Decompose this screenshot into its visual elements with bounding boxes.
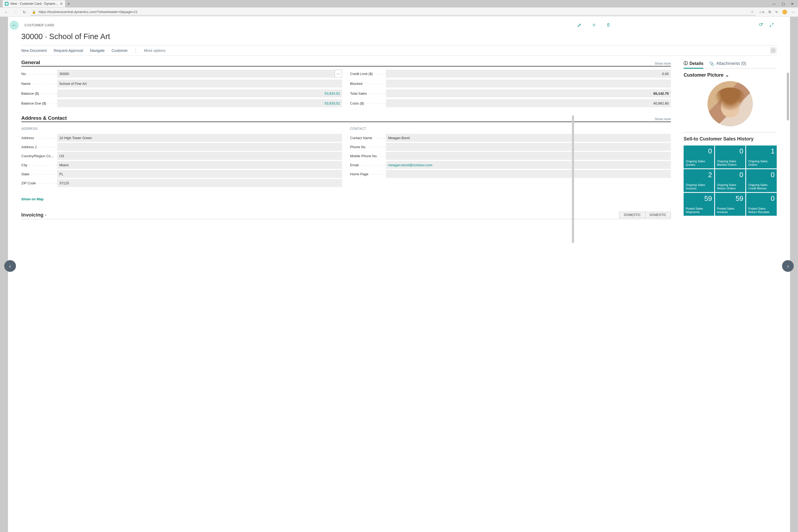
sales-history-tile[interactable]: 0Posted Sales Return Receipts xyxy=(746,193,777,216)
prev-record-button[interactable]: ‹ xyxy=(4,260,16,272)
new-icon[interactable] xyxy=(592,23,596,28)
left-scrollbar[interactable] xyxy=(572,115,574,243)
country-field[interactable]: US xyxy=(57,152,342,160)
info-pane-icon[interactable]: ⓘ xyxy=(770,47,777,54)
balance-due-label: Balance Due ($) xyxy=(21,101,46,105)
info-icon: ⓘ xyxy=(684,61,688,66)
page-title: 30000 · School of Fine Art xyxy=(21,32,777,41)
sales-history-tile[interactable]: 0Ongoing Sales Return Orders xyxy=(715,169,746,192)
menu-request-approval[interactable]: Request Approval xyxy=(54,49,83,53)
window-controls: — ▢ ✕ xyxy=(773,2,798,6)
general-heading: General xyxy=(21,60,40,65)
phone-label: Phone No. xyxy=(350,145,366,149)
costs-field[interactable]: 40,992.80 xyxy=(386,99,671,107)
tile-label: Ongoing Sales Quotes xyxy=(686,159,712,167)
tab-details[interactable]: ⓘ Details xyxy=(684,60,703,69)
credit-limit-field[interactable]: 0.00 xyxy=(386,70,671,78)
main-form-column: General Show more No. 30000 ⋯ Credit Lim… xyxy=(21,60,673,530)
page-header-row: ← CUSTOMER CARD xyxy=(21,19,777,31)
browser-tab[interactable]: View - Customer Card - Dynami… ✕ xyxy=(3,0,65,7)
sales-history-tile[interactable]: 0Ongoing Sales Blanket Orders xyxy=(715,146,746,168)
chevron-down-icon: ⌄ xyxy=(725,72,729,78)
menu-navigate[interactable]: Navigate xyxy=(90,49,104,53)
menu-new-document[interactable]: New Document xyxy=(21,49,47,53)
contact-name-field[interactable]: Meagan Bond xyxy=(386,134,671,142)
address-show-more[interactable]: Show more xyxy=(654,117,671,121)
delete-icon[interactable] xyxy=(606,23,611,28)
profile-avatar-icon[interactable] xyxy=(782,10,787,14)
costs-label: Costs ($) xyxy=(350,101,364,105)
invoicing-tag-2: DOMESTIC xyxy=(645,212,671,218)
address2-field[interactable] xyxy=(57,143,342,151)
close-window-icon[interactable]: ✕ xyxy=(791,2,794,6)
attachment-icon: 📎 xyxy=(709,61,715,66)
tile-label: Ongoing Sales Invoices xyxy=(686,183,712,191)
sales-history-tile[interactable]: 0Ongoing Sales Credit Memos xyxy=(746,169,777,192)
maximize-icon[interactable]: ▢ xyxy=(782,2,785,6)
url-field[interactable]: 🔒 https://businesscentral.dynamics.com/?… xyxy=(30,8,756,15)
app-page: ← CUSTOMER CARD xyxy=(8,17,790,532)
back-button[interactable]: ← xyxy=(10,21,19,30)
no-field[interactable]: 30000 xyxy=(57,70,335,78)
general-show-more[interactable]: Show more xyxy=(654,62,671,65)
collections-icon[interactable]: ⧉ xyxy=(768,10,771,14)
name-field[interactable]: School of Fine Art xyxy=(57,79,342,88)
tab-attachments[interactable]: 📎 Attachments (0) xyxy=(709,60,746,68)
browser-forward-icon[interactable]: → xyxy=(12,10,18,14)
menu-separator xyxy=(136,48,136,54)
page-scrollbar[interactable] xyxy=(787,73,789,120)
minimize-icon[interactable]: — xyxy=(773,2,776,6)
mobile-label: Mobile Phone No. xyxy=(350,154,377,158)
favorites-icon[interactable]: ☆≡ xyxy=(759,10,764,14)
homepage-field[interactable] xyxy=(386,170,671,178)
blocked-field[interactable] xyxy=(386,79,671,88)
tile-number: 59 xyxy=(717,194,743,203)
sales-history-tile[interactable]: 59Posted Sales Invoices xyxy=(715,193,746,216)
collapse-icon[interactable] xyxy=(769,23,774,28)
tile-label: Ongoing Sales Blanket Orders xyxy=(717,159,743,167)
country-label: Country/Region Co… xyxy=(21,154,54,158)
browser-refresh-icon[interactable]: ↻ xyxy=(21,10,27,14)
city-field[interactable]: Miami xyxy=(57,161,342,169)
total-sales-field[interactable]: 65,142.70 xyxy=(386,89,671,97)
balance-field[interactable]: 53,833.52 xyxy=(57,89,342,97)
no-options-button[interactable]: ⋯ xyxy=(335,70,342,78)
next-record-button[interactable]: › xyxy=(782,260,794,272)
city-label: City xyxy=(21,163,27,167)
show-on-map-link[interactable]: Show on Map xyxy=(21,197,44,201)
sales-history-tile[interactable]: 1Ongoing Sales Orders xyxy=(746,146,777,168)
more-menu-icon[interactable]: ⋯ xyxy=(791,10,795,14)
tab-favicon xyxy=(5,2,8,5)
tile-label: Ongoing Sales Credit Memos xyxy=(748,183,775,191)
browser-back-icon[interactable]: ← xyxy=(3,10,9,14)
email-field[interactable]: meagan.bond@contoso.com xyxy=(386,161,671,169)
breadcrumb: CUSTOMER CARD xyxy=(24,23,54,27)
no-label: No. xyxy=(21,72,26,76)
section-header-general: General Show more xyxy=(21,60,671,66)
phone-field[interactable] xyxy=(386,143,671,151)
sales-history-tile[interactable]: 2Ongoing Sales Invoices xyxy=(684,169,714,192)
new-tab-button[interactable]: ＋ xyxy=(65,0,72,7)
edit-icon[interactable] xyxy=(577,23,582,28)
tab-close-icon[interactable]: ✕ xyxy=(60,2,63,6)
open-new-window-icon[interactable] xyxy=(759,23,763,28)
credit-limit-label: Credit Limit ($) xyxy=(350,72,373,76)
tab-title: View - Customer Card - Dynami… xyxy=(10,2,58,5)
action-menu-bar: New Document Request Approval Navigate C… xyxy=(21,45,777,56)
tile-number: 1 xyxy=(748,147,775,155)
menu-more-options[interactable]: More options xyxy=(144,49,166,53)
zip-field[interactable]: 37125 xyxy=(57,179,342,187)
address-field[interactable]: 10 High Tower Green xyxy=(57,134,342,142)
sales-history-tile[interactable]: 59Posted Sales Shipments xyxy=(684,193,714,216)
favorite-star-icon[interactable]: ☆ xyxy=(750,10,754,14)
state-field[interactable]: FL xyxy=(57,170,342,178)
mobile-field[interactable] xyxy=(386,152,671,160)
customer-picture-header[interactable]: Customer Picture ⌄ xyxy=(684,72,777,78)
contact-subheader: CONTACT xyxy=(350,127,671,131)
balance-due-field[interactable]: 53,833.52 xyxy=(57,99,342,107)
menu-customer[interactable]: Customer xyxy=(112,49,128,53)
notes-icon[interactable]: ✎ xyxy=(775,10,778,14)
sales-history-tile[interactable]: 0Ongoing Sales Quotes xyxy=(684,146,714,168)
address-subheader: ADDRESS xyxy=(21,127,342,131)
zip-label: ZIP Code xyxy=(21,181,36,185)
